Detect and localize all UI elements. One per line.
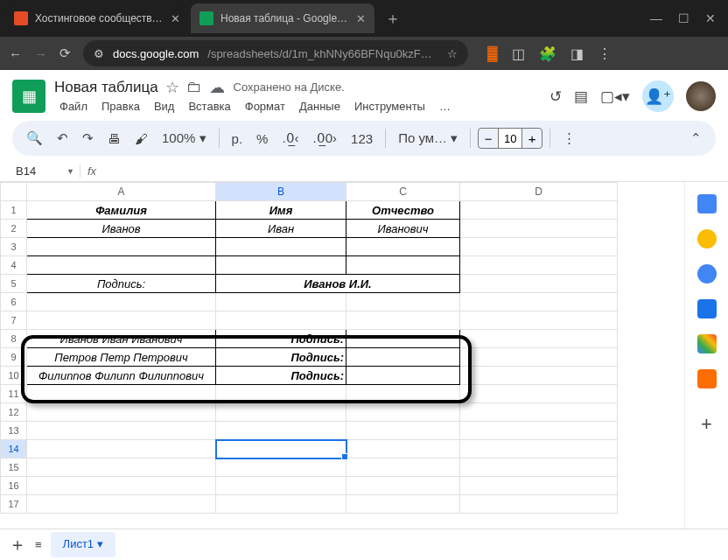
cell[interactable] <box>27 312 216 330</box>
cell[interactable] <box>27 256 216 275</box>
menu-file[interactable]: Файл <box>54 97 93 116</box>
cell[interactable] <box>216 293 346 312</box>
calendar-icon[interactable] <box>697 194 717 214</box>
browser-tab-active[interactable]: Новая таблица - Google Табли ✕ <box>191 4 374 33</box>
menu-data[interactable]: Данные <box>294 97 346 116</box>
select-all-corner[interactable] <box>1 183 27 201</box>
kebab-menu-icon[interactable]: ⋮ <box>598 46 612 62</box>
cell[interactable]: Иванович <box>346 220 460 238</box>
cell[interactable] <box>460 220 618 238</box>
menu-view[interactable]: Вид <box>149 97 180 116</box>
print-icon[interactable]: 🖶 <box>102 127 126 150</box>
name-box[interactable]: B14 <box>12 163 61 179</box>
active-cell[interactable] <box>216 440 346 458</box>
search-menus-icon[interactable]: 🔍 <box>21 126 48 150</box>
sheets-logo-icon[interactable]: ▦ <box>12 80 46 113</box>
contacts-icon[interactable] <box>697 299 717 318</box>
more-formats-button[interactable]: 123 <box>346 127 378 150</box>
comments-icon[interactable]: ▤ <box>574 88 588 106</box>
cell[interactable] <box>346 330 460 348</box>
account-avatar[interactable] <box>686 81 716 111</box>
extension-icon[interactable]: ▓ <box>487 46 498 61</box>
redo-icon[interactable]: ↷ <box>77 126 99 150</box>
menu-tools[interactable]: Инструменты <box>349 97 430 116</box>
zoom-select[interactable]: 100% ▾ <box>157 126 212 150</box>
reload-icon[interactable]: ⟳ <box>60 46 71 61</box>
menu-edit[interactable]: Правка <box>96 97 145 116</box>
cell[interactable] <box>216 312 346 330</box>
font-select[interactable]: По ум… ▾ <box>393 126 463 150</box>
back-icon[interactable]: ← <box>9 46 22 61</box>
meet-icon[interactable]: ▢◂▾ <box>600 88 630 106</box>
row-header[interactable]: 11 <box>1 385 27 403</box>
star-icon[interactable]: ☆ <box>165 78 179 97</box>
cell-merged[interactable]: Иванов И.И. <box>216 275 460 293</box>
cell[interactable] <box>460 348 618 367</box>
paint-format-icon[interactable]: 🖌 <box>130 127 153 150</box>
font-size-minus[interactable]: − <box>479 129 498 148</box>
spreadsheet-grid[interactable]: A B C D 1 Фамилия Имя Отчество 2 Иванов … <box>0 182 684 528</box>
site-settings-icon[interactable]: ⚙ <box>94 47 104 60</box>
sheet-tab[interactable]: Лист1 ▾ <box>51 532 116 557</box>
col-header-b[interactable]: B <box>216 183 346 201</box>
menu-format[interactable]: Формат <box>240 97 290 116</box>
col-header-d[interactable]: D <box>460 183 618 201</box>
share-button[interactable]: 👤⁺ <box>642 80 674 112</box>
menu-more[interactable]: … <box>434 97 456 116</box>
cell[interactable] <box>460 201 618 220</box>
cell[interactable]: Подпись: <box>216 330 346 348</box>
percent-button[interactable]: % <box>251 127 273 150</box>
cell[interactable] <box>460 275 618 293</box>
menu-insert[interactable]: Вставка <box>183 97 235 116</box>
extensions-menu-icon[interactable]: 🧩 <box>539 46 556 62</box>
cell[interactable] <box>216 256 346 275</box>
name-box-chevron-icon[interactable]: ▼ <box>66 167 74 176</box>
currency-button[interactable]: р. <box>227 127 248 150</box>
cell[interactable] <box>346 367 460 385</box>
history-icon[interactable]: ↺ <box>550 88 562 106</box>
cell[interactable] <box>346 293 460 312</box>
close-icon[interactable]: ✕ <box>171 12 180 25</box>
cell[interactable] <box>460 312 618 330</box>
row-header[interactable]: 13 <box>1 422 27 440</box>
close-icon[interactable]: ✕ <box>356 12 366 25</box>
cell[interactable]: Филиппов Филипп Филиппович <box>27 367 216 385</box>
cell[interactable]: Иванов <box>27 220 216 238</box>
col-header-a[interactable]: A <box>27 183 216 201</box>
cell[interactable] <box>460 293 618 312</box>
cell[interactable]: Петров Петр Петрович <box>27 348 216 367</box>
maps-icon[interactable] <box>697 334 717 354</box>
add-sidepanel-icon[interactable]: + <box>701 413 712 436</box>
row-header[interactable]: 3 <box>1 238 27 256</box>
tasks-icon[interactable] <box>697 264 717 284</box>
cell[interactable]: Подпись: <box>216 367 346 385</box>
cell[interactable]: Иван <box>216 220 346 238</box>
cell[interactable] <box>27 238 216 256</box>
row-header[interactable]: 7 <box>1 312 27 330</box>
cell[interactable] <box>460 256 618 275</box>
cell[interactable] <box>27 293 216 312</box>
undo-icon[interactable]: ↶ <box>52 126 74 150</box>
url-input[interactable]: ⚙ docs.google.com/spreadsheets/d/1m_khNN… <box>83 40 468 66</box>
star-bookmark-icon[interactable]: ☆ <box>447 47 458 60</box>
side-panel-icon[interactable]: ◨ <box>570 46 584 62</box>
cell[interactable]: Подпись: <box>216 348 346 367</box>
cell[interactable]: Подпись: <box>27 275 216 293</box>
browser-tab[interactable]: Хостинговое сообщество «Tin ✕ <box>5 4 189 33</box>
cell[interactable] <box>346 256 460 275</box>
row-header[interactable]: 9 <box>1 348 27 367</box>
row-header[interactable]: 2 <box>1 220 27 238</box>
row-header[interactable]: 6 <box>1 293 27 312</box>
font-size-plus[interactable]: + <box>522 129 542 148</box>
row-header[interactable]: 15 <box>1 458 27 477</box>
cell[interactable] <box>346 312 460 330</box>
row-header[interactable]: 4 <box>1 256 27 275</box>
row-header[interactable]: 12 <box>1 403 27 422</box>
minimize-icon[interactable]: — <box>650 11 662 25</box>
col-header-c[interactable]: C <box>346 183 460 201</box>
font-size-stepper[interactable]: − + <box>478 128 542 149</box>
close-window-icon[interactable]: ✕ <box>705 11 716 25</box>
forward-icon[interactable]: → <box>34 46 47 61</box>
keep-icon[interactable] <box>697 229 717 248</box>
cell[interactable] <box>460 238 618 256</box>
